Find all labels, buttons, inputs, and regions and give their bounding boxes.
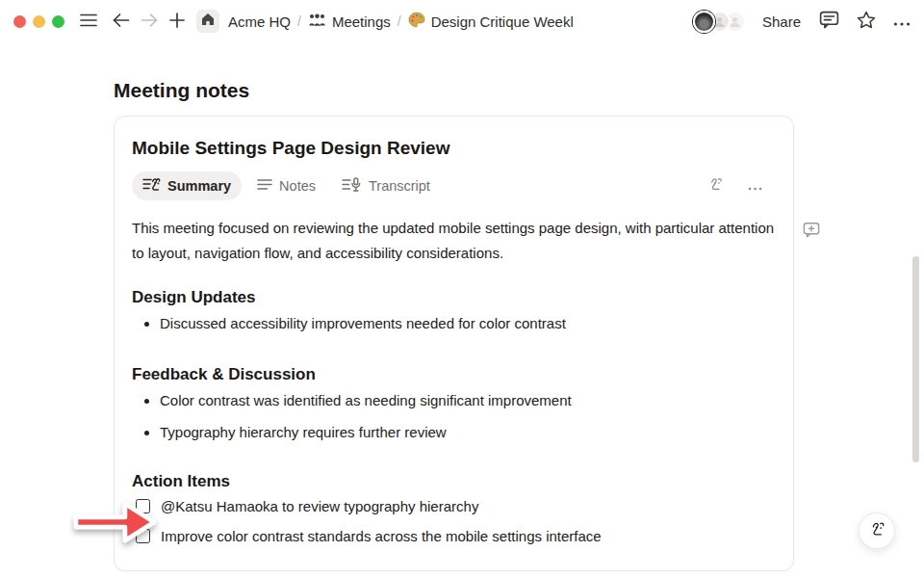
checkbox-unchecked[interactable] <box>136 529 150 543</box>
ai-face-icon <box>867 519 887 542</box>
breadcrumb-item-workspace[interactable]: Acme HQ <box>228 13 291 30</box>
star-icon <box>857 11 876 32</box>
new-tab-button[interactable] <box>169 13 185 31</box>
more-options-button[interactable] <box>893 14 911 29</box>
transcript-mic-icon <box>342 177 362 196</box>
plus-icon <box>169 13 185 31</box>
todo-text: Improve color contrast standards across … <box>161 528 602 544</box>
breadcrumb-label: Meetings <box>332 13 391 30</box>
list-lines-icon <box>257 178 272 194</box>
meeting-notes-card: Mobile Settings Page Design Review Summa… <box>114 116 794 571</box>
ai-face-icon <box>706 175 725 197</box>
todo-text: @Katsu Hamaoka to review typography hier… <box>161 498 478 514</box>
meeting-title: Mobile Settings Page Design Review <box>132 138 776 159</box>
bullet-dot <box>144 322 149 327</box>
summary-paragraph: This meeting focused on reviewing the up… <box>132 216 775 266</box>
workspace-home-button[interactable] <box>196 10 219 33</box>
breadcrumb: Acme HQ / Meetings / Design Critique Wee… <box>228 12 574 32</box>
notion-ai-button[interactable] <box>706 175 725 197</box>
back-button[interactable] <box>112 13 130 31</box>
breadcrumb-label: Acme HQ <box>228 13 291 30</box>
list-item: Color contrast was identified as needing… <box>132 384 776 416</box>
favorite-button[interactable] <box>857 11 876 32</box>
collaborator-avatars[interactable] <box>693 11 746 33</box>
page-title: Meeting notes <box>114 79 249 102</box>
breadcrumb-separator: / <box>398 13 401 29</box>
palette-icon <box>408 12 425 32</box>
tab-label: Summary <box>167 178 231 194</box>
bullet-dot <box>144 431 149 435</box>
hamburger-icon <box>80 13 97 30</box>
avatar <box>693 11 715 33</box>
sidebar-menu-button[interactable] <box>80 13 97 30</box>
tab-label: Notes <box>279 178 316 194</box>
section-heading: Design Updates <box>132 288 776 307</box>
tab-label: Transcript <box>369 178 430 194</box>
close-window-button[interactable] <box>13 15 26 28</box>
zoom-window-button[interactable] <box>52 15 64 28</box>
home-icon <box>201 13 215 30</box>
forward-button[interactable] <box>141 13 159 31</box>
minimize-window-button[interactable] <box>33 15 45 28</box>
ellipsis-icon <box>748 179 762 194</box>
ellipsis-icon <box>893 14 911 29</box>
bullet-text: Color contrast was identified as needing… <box>160 392 572 408</box>
bullet-text: Typography hierarchy requires further re… <box>160 424 447 440</box>
breadcrumb-label: Design Critique Weekl <box>431 13 574 30</box>
meeting-tabs: Summary Notes Transcript <box>132 171 776 200</box>
breadcrumb-separator: / <box>297 13 301 29</box>
bullet-text: Discussed accessibility improvements nee… <box>160 315 566 331</box>
checkbox-unchecked[interactable] <box>136 499 150 513</box>
list-item: Typography hierarchy requires further re… <box>132 416 776 448</box>
tab-notes[interactable]: Notes <box>246 173 326 198</box>
comment-icon <box>819 11 839 32</box>
todo-item: Improve color contrast standards across … <box>132 521 776 551</box>
card-toolbar <box>706 175 776 197</box>
todo-item: @Katsu Hamaoka to review typography hier… <box>132 491 776 521</box>
add-comment-button[interactable] <box>803 222 820 242</box>
comments-button[interactable] <box>819 11 839 32</box>
window-titlebar: Acme HQ / Meetings / Design Critique Wee… <box>0 0 924 42</box>
breadcrumb-item-meetings[interactable]: Meetings <box>308 13 391 30</box>
add-comment-icon <box>803 222 820 242</box>
breadcrumb-item-current-page[interactable]: Design Critique Weekl <box>408 12 574 32</box>
list-item: Discussed accessibility improvements nee… <box>132 307 776 339</box>
bullet-dot <box>144 399 149 404</box>
vertical-scrollbar[interactable] <box>912 256 919 462</box>
section-heading: Feedback & Discussion <box>132 365 776 384</box>
notion-ai-floating-button[interactable] <box>859 512 895 549</box>
share-button[interactable]: Share <box>762 13 801 30</box>
card-more-button[interactable] <box>748 179 762 194</box>
ai-summary-icon <box>142 176 161 196</box>
people-icon <box>308 13 326 30</box>
arrow-left-icon <box>112 13 130 31</box>
tab-transcript[interactable]: Transcript <box>331 172 441 200</box>
tab-summary[interactable]: Summary <box>132 171 242 200</box>
traffic-lights <box>13 15 64 28</box>
arrow-right-icon <box>141 13 159 31</box>
section-heading: Action Items <box>132 472 776 491</box>
